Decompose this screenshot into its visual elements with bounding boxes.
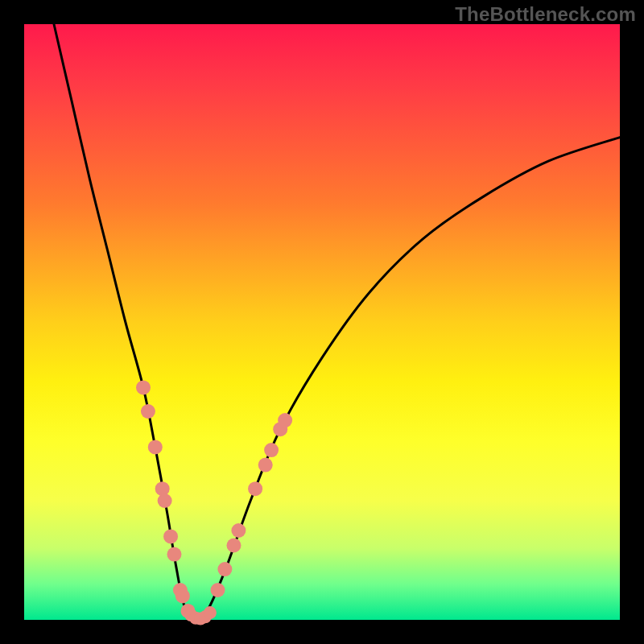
data-dot	[258, 458, 273, 473]
data-dot	[155, 481, 170, 496]
right-branch-dots	[211, 413, 293, 597]
left-branch-dots	[136, 380, 196, 618]
chart-frame: TheBottleneck.com	[0, 0, 644, 644]
data-dot	[175, 588, 190, 603]
bottleneck-curve	[54, 24, 620, 620]
data-dot	[264, 443, 279, 457]
chart-svg	[24, 24, 620, 620]
data-dot	[148, 440, 163, 454]
data-dot	[167, 547, 181, 562]
data-dot	[248, 481, 262, 496]
data-dot	[217, 562, 232, 576]
data-dot	[136, 380, 151, 394]
data-dot	[211, 583, 225, 597]
data-dot	[141, 404, 155, 419]
data-dot	[231, 523, 246, 538]
minimum-dots	[184, 606, 217, 625]
watermark-text: TheBottleneck.com	[455, 3, 636, 26]
data-dot	[226, 539, 241, 553]
curve-group	[54, 24, 620, 620]
data-dot	[163, 529, 178, 543]
data-dot	[278, 413, 292, 427]
data-dot	[158, 493, 172, 508]
data-dot	[204, 606, 217, 619]
